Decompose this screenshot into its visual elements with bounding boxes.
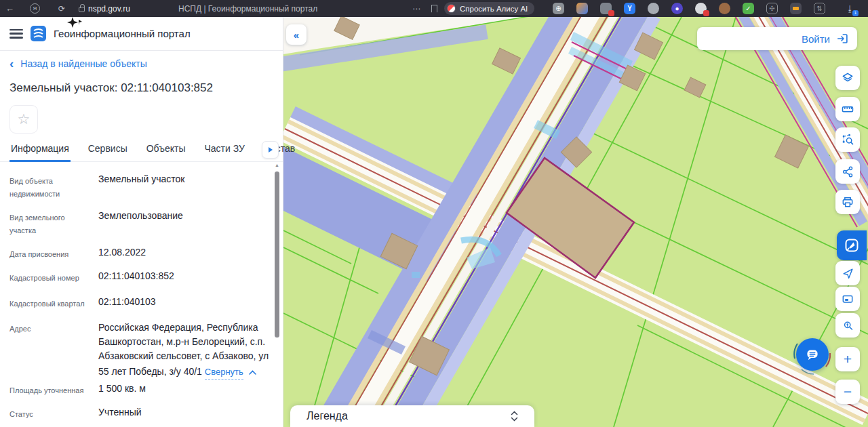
field-label: Кадастровый номер <box>9 270 90 285</box>
field-area: Площадь уточненная 1 500 кв. м <box>9 382 271 397</box>
globe-extension-icon[interactable]: ⊕ <box>553 3 564 14</box>
field-label: Дата присвоения <box>9 246 90 261</box>
layers-icon <box>841 71 854 85</box>
battery-extension-icon[interactable] <box>790 3 802 14</box>
ruler-button[interactable] <box>835 97 860 121</box>
gestures-extension-icon[interactable]: ⇅ <box>814 3 825 14</box>
scrollbar-thumb[interactable] <box>275 171 279 338</box>
locate-button[interactable] <box>835 261 860 285</box>
back-link-label: Назад в найденные объекты <box>20 58 146 69</box>
field-label: Вид объекта недвижимости <box>9 173 90 201</box>
login-label: Войти <box>802 33 830 45</box>
bookmark-icon[interactable] <box>431 0 437 17</box>
field-value: 02:11:040103 <box>98 296 156 310</box>
nspd-logo <box>31 26 46 41</box>
field-cadastral-number: Кадастровый номер 02:11:040103:852 <box>9 270 271 285</box>
yandex-y-extension-icon[interactable]: Y <box>624 3 635 14</box>
chevron-up-icon <box>511 411 518 415</box>
field-value: Земельный участок <box>98 173 184 201</box>
tab-parcel-parts[interactable]: Части ЗУ <box>203 141 245 160</box>
download-icon[interactable]: ⭳1 <box>844 3 856 14</box>
attributes-list: Вид объекта недвижимости Земельный участ… <box>9 173 271 421</box>
lock-icon <box>79 7 85 12</box>
zoom-out-button[interactable]: − <box>835 380 860 404</box>
monkey-extension-icon[interactable] <box>719 3 730 14</box>
reload-icon[interactable]: ⟳ <box>58 0 65 17</box>
tab-title: НСПД | Геоинформационный портал <box>178 0 317 17</box>
search-location-icon <box>842 319 854 332</box>
tab-bar: Информация Сервисы Объекты Части ЗУ Сост… <box>0 141 283 162</box>
print-button[interactable] <box>835 190 860 214</box>
tab-objects[interactable]: Объекты <box>145 141 187 160</box>
login-button[interactable]: Войти <box>697 27 857 50</box>
field-label: Адрес <box>9 321 90 380</box>
field-label: Статус <box>9 406 90 421</box>
navigation-arrow-icon <box>842 267 854 280</box>
collapse-address-link: Свернуть <box>205 365 243 380</box>
field-value: 02:11:040103:852 <box>98 270 174 285</box>
field-value: 12.08.2022 <box>98 246 146 261</box>
chat-widget <box>791 333 834 376</box>
login-icon <box>836 33 849 45</box>
share-icon <box>842 165 854 178</box>
field-cadastral-block: Кадастровый квартал 02:11:040103 <box>9 296 271 310</box>
field-label: Вид земельного участка <box>9 209 90 237</box>
tab-information[interactable]: Информация <box>9 141 71 162</box>
page-title: Земельный участок: 02:11:040103:852 <box>9 81 213 95</box>
legend-title: Легенда <box>307 410 348 422</box>
collapse-panel-button[interactable]: « <box>286 24 307 45</box>
overview-map-button[interactable] <box>835 287 860 311</box>
editor-extension-icon[interactable] <box>576 3 588 14</box>
share-button[interactable] <box>835 159 860 184</box>
yandex-letter: Я <box>30 3 40 14</box>
sparkle-cursor-icon <box>66 16 83 35</box>
tab-services[interactable]: Сервисы <box>87 141 129 160</box>
layers-button[interactable] <box>835 66 860 90</box>
puzzle-extensions-icon[interactable]: ✣ <box>766 3 778 14</box>
hat-extension-icon[interactable] <box>648 3 659 14</box>
panel-header: Геоинформационный портал <box>0 17 283 51</box>
collapse-address-control[interactable]: Свернуть <box>205 365 256 380</box>
polygon-search-icon <box>841 133 854 146</box>
panel-scrollbar[interactable]: ▲ <box>274 163 280 427</box>
printer-icon <box>841 195 854 209</box>
map-area[interactable]: « Войти <box>283 17 868 427</box>
chevron-down-icon <box>511 417 518 422</box>
chat-button[interactable] <box>796 338 829 371</box>
overview-map-icon <box>841 292 854 306</box>
search-location-button[interactable] <box>835 313 860 338</box>
download-badge: 1 <box>852 10 859 16</box>
field-status: Статус Учтенный <box>9 406 271 421</box>
chevron-right-icon <box>268 146 273 153</box>
cadastral-map-canvas[interactable] <box>283 17 868 427</box>
polygon-search-button[interactable] <box>835 127 860 152</box>
field-assignment-date: Дата присвоения 12.08.2022 <box>9 246 271 261</box>
field-label: Площадь уточненная <box>9 382 90 397</box>
back-to-results-link[interactable]: ‹ Назад в найденные объекты <box>9 58 147 69</box>
draw-tool-icon <box>844 237 860 253</box>
field-label: Кадастровый квартал <box>9 296 90 310</box>
draw-tool-button-active[interactable] <box>837 230 867 260</box>
tabs-scroll-right-button[interactable] <box>262 141 279 159</box>
overflow-menu-icon[interactable]: ⋯ <box>412 0 421 17</box>
site-badge[interactable]: nspd.gov.ru <box>79 0 130 17</box>
field-value: Учтенный <box>98 406 142 421</box>
assistant-extension-icon[interactable]: ● <box>671 3 683 14</box>
info-panel: Геоинформационный портал ‹ Назад в найде… <box>0 17 283 427</box>
zoom-in-button[interactable]: + <box>835 347 860 371</box>
scroll-up-arrow[interactable]: ▲ <box>274 163 280 168</box>
ruler-icon <box>841 102 854 116</box>
shield-extension-icon[interactable] <box>600 3 612 14</box>
legend-collapse-control[interactable] <box>511 411 518 422</box>
ask-alice-button[interactable]: Спросить Алису AI <box>444 2 534 15</box>
weather-extension-icon[interactable] <box>695 3 707 14</box>
browser-back-icon[interactable]: ← <box>5 0 14 17</box>
menu-icon[interactable] <box>9 29 23 39</box>
yandex-browser-icon[interactable]: Я <box>30 0 40 17</box>
chat-bubble-icon <box>804 346 821 363</box>
security-extension-icon[interactable]: ✓ <box>743 3 754 14</box>
field-value: 1 500 кв. м <box>98 382 146 397</box>
favorite-star-button[interactable]: ☆ <box>9 105 38 134</box>
legend-panel[interactable]: Легенда <box>290 405 534 427</box>
browser-bar: ← Я ⟳ nspd.gov.ru НСПД | Геоинформационн… <box>0 0 868 17</box>
